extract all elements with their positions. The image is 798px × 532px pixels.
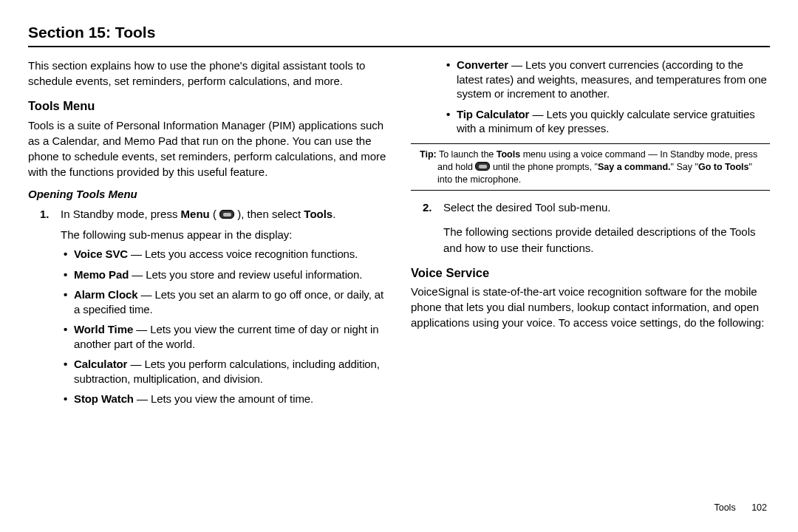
step-1: 1. In Standby mode, press Menu ( ), then… xyxy=(61,206,387,406)
left-column: This section explains how to use the pho… xyxy=(28,58,387,412)
bullet-memo-pad: Memo Pad — Lets you store and review use… xyxy=(74,267,387,282)
tools-menu-heading: Tools Menu xyxy=(28,98,387,114)
step2-list: 2. Select the desired Tool sub-menu. The… xyxy=(411,200,770,257)
tip-t4: " Say " xyxy=(671,162,698,172)
bullet-name: Tip Calculator xyxy=(457,108,529,120)
tip-t3: until the phone prompts, " xyxy=(490,162,598,172)
voice-service-body: VoiceSignal is state-of-the-art voice re… xyxy=(411,284,770,330)
bullet-voice-svc: Voice SVC — Lets you access voice recogn… xyxy=(74,247,387,262)
footer-label: Tools xyxy=(714,502,735,513)
step1-text-post: ), then select xyxy=(234,208,304,220)
tip-label: Tip: xyxy=(420,149,437,160)
bullet-world-time: World Time — Lets you view the current t… xyxy=(74,322,387,351)
tip-bold2: Say a command. xyxy=(598,162,671,172)
bullet-tip-calculator: Tip Calculator — Lets you quickly calcul… xyxy=(457,107,770,136)
voice-service-heading: Voice Service xyxy=(411,265,770,281)
intro-paragraph: This section explains how to use the pho… xyxy=(28,58,387,89)
bullet-name: Memo Pad xyxy=(74,268,129,281)
opening-tools-heading: Opening Tools Menu xyxy=(28,187,387,202)
right-column: Converter — Lets you convert currencies … xyxy=(411,58,770,412)
tools-menu-body: Tools is a suite of Personal Information… xyxy=(28,117,387,180)
bullet-desc: — Lets you access voice recognition func… xyxy=(128,248,358,260)
bullet-name: Stop Watch xyxy=(74,392,134,405)
step-number: 1. xyxy=(40,206,50,222)
step2-line2: The following sections provide detailed … xyxy=(443,224,770,257)
bullet-desc: — Lets you store and review useful infor… xyxy=(129,268,362,281)
bullet-name: Alarm Clock xyxy=(74,288,137,301)
section-title: Section 15: Tools xyxy=(28,22,770,47)
step1-text-pre: In Standby mode, press xyxy=(61,208,181,220)
tip-t1: To launch the xyxy=(437,149,497,160)
step1-text-end: . xyxy=(332,208,335,220)
step1-line2: The following sub-menus appear in the di… xyxy=(61,227,387,243)
step-number: 2. xyxy=(423,200,432,216)
bullet-alarm-clock: Alarm Clock — Lets you set an alarm to g… xyxy=(74,287,387,316)
bullet-calculator: Calculator — Lets you perform calculatio… xyxy=(74,357,387,386)
bullet-desc: — Lets you view the amount of time. xyxy=(134,392,313,405)
bullet-name: Converter xyxy=(457,58,508,71)
bullet-converter: Converter — Lets you convert currencies … xyxy=(457,58,770,101)
step1-tools-word: Tools xyxy=(304,208,332,220)
step-2: 2. Select the desired Tool sub-menu. The… xyxy=(443,200,770,257)
page-footer: Tools 102 xyxy=(714,502,767,514)
step1-text-mid: ( xyxy=(210,208,219,220)
step1-menu-word: Menu xyxy=(181,208,210,220)
bullet-name: Voice SVC xyxy=(74,248,128,260)
opening-steps-list: 1. In Standby mode, press Menu ( ), then… xyxy=(28,206,387,406)
bullet-name: World Time xyxy=(74,323,133,335)
bullet-name: Calculator xyxy=(74,358,127,370)
tip-box: Tip: To launch the Tools menu using a vo… xyxy=(411,143,770,191)
ok-key-icon xyxy=(475,162,490,171)
tip-bold3: Go to Tools xyxy=(698,162,749,172)
submenu-bullets: Voice SVC — Lets you access voice recogn… xyxy=(61,247,387,406)
footer-page-number: 102 xyxy=(751,502,767,513)
ok-key-icon xyxy=(219,210,234,219)
tip-bold1: Tools xyxy=(497,149,520,160)
content-columns: This section explains how to use the pho… xyxy=(28,58,770,412)
bullet-stop-watch: Stop Watch — Lets you view the amount of… xyxy=(74,392,387,406)
right-bullets: Converter — Lets you convert currencies … xyxy=(411,58,770,136)
step2-line1: Select the desired Tool sub-menu. xyxy=(443,201,611,214)
